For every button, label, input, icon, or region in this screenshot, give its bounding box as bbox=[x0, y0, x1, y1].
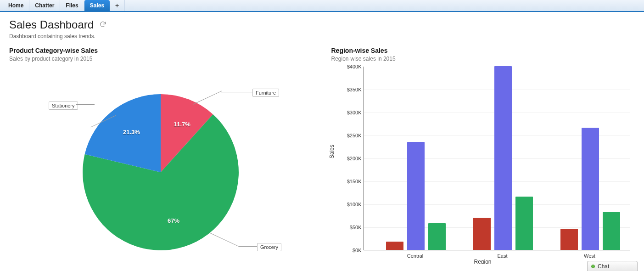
pie-pct-furniture: 11.7% bbox=[174, 121, 190, 128]
pie-label-stationery: Stationery bbox=[49, 102, 78, 110]
tab-add[interactable]: + bbox=[110, 0, 125, 11]
bar-west-c bbox=[603, 212, 620, 250]
ytick-100: $100K bbox=[339, 202, 362, 207]
panel-title: Product Category-wise Sales bbox=[9, 47, 313, 54]
tab-home[interactable]: Home bbox=[3, 0, 29, 11]
ytick-200: $200K bbox=[339, 156, 362, 161]
tab-chatter[interactable]: Chatter bbox=[29, 0, 60, 11]
pie-label-furniture: Furniture bbox=[252, 89, 279, 97]
pie-pct-stationery: 21.3% bbox=[123, 129, 140, 136]
ytick-300: $300K bbox=[339, 110, 362, 115]
panel-subtitle: Sales by product category in 2015 bbox=[9, 56, 313, 62]
page-title: Sales Dashboard bbox=[9, 18, 94, 31]
chat-dock[interactable]: Chat bbox=[587, 261, 638, 264]
ytick-250: $250K bbox=[339, 133, 362, 138]
bar-west-b bbox=[582, 128, 599, 250]
bar-central-c bbox=[428, 223, 446, 250]
ytick-0: $0K bbox=[339, 248, 362, 253]
xcat-east: East bbox=[497, 253, 507, 259]
ytick-400: $400K bbox=[339, 64, 362, 69]
tab-files[interactable]: Files bbox=[60, 0, 84, 11]
panel-product-category-sales: Product Category-wise Sales Sales by pro… bbox=[9, 47, 313, 264]
bar-central-b bbox=[407, 142, 425, 250]
bar-east-c bbox=[515, 197, 533, 250]
pie-leader-grocery-h bbox=[239, 246, 257, 247]
tab-sales[interactable]: Sales bbox=[84, 0, 110, 11]
bar-chart: Sales $0K $50K $100K $150K $200K $250K $… bbox=[331, 67, 634, 264]
pie-leader-furniture-h bbox=[221, 92, 252, 92]
ytick-150: $150K bbox=[339, 179, 362, 184]
pie-pct-grocery: 67% bbox=[168, 217, 179, 224]
chat-label: Chat bbox=[598, 263, 609, 265]
dashboard-body: Product Category-wise Sales Sales by pro… bbox=[0, 42, 644, 264]
ytick-350: $350K bbox=[339, 87, 362, 92]
tab-bar: Home Chatter Files Sales + bbox=[0, 0, 644, 12]
panel-title: Region-wise Sales bbox=[331, 47, 635, 54]
xcat-central: Central bbox=[407, 253, 423, 259]
pie-leader-stationery-h bbox=[76, 104, 95, 105]
page-header: Sales Dashboard Dashboard containing sal… bbox=[0, 12, 644, 42]
bar-central-a bbox=[386, 242, 403, 250]
pie-chart: 11.7% 67% 21.3% Furniture Grocery Statio… bbox=[9, 67, 285, 250]
refresh-icon[interactable] bbox=[99, 21, 106, 29]
bar-plot-area bbox=[364, 67, 630, 250]
xcat-west: West bbox=[584, 253, 595, 259]
bar-xlabel: Region bbox=[474, 259, 491, 264]
bar-east-a bbox=[473, 218, 491, 250]
ytick-50: $50K bbox=[339, 225, 362, 230]
pie-svg bbox=[9, 67, 285, 250]
bar-ylabel: Sales bbox=[329, 145, 335, 158]
bar-east-b bbox=[494, 66, 512, 250]
page-description: Dashboard containing sales trends. bbox=[9, 33, 644, 40]
panel-subtitle: Region-wise sales in 2015 bbox=[331, 56, 635, 62]
bar-west-a bbox=[560, 229, 578, 250]
pie-label-grocery: Grocery bbox=[257, 243, 281, 251]
panel-region-wise-sales: Region-wise Sales Region-wise sales in 2… bbox=[331, 47, 635, 264]
